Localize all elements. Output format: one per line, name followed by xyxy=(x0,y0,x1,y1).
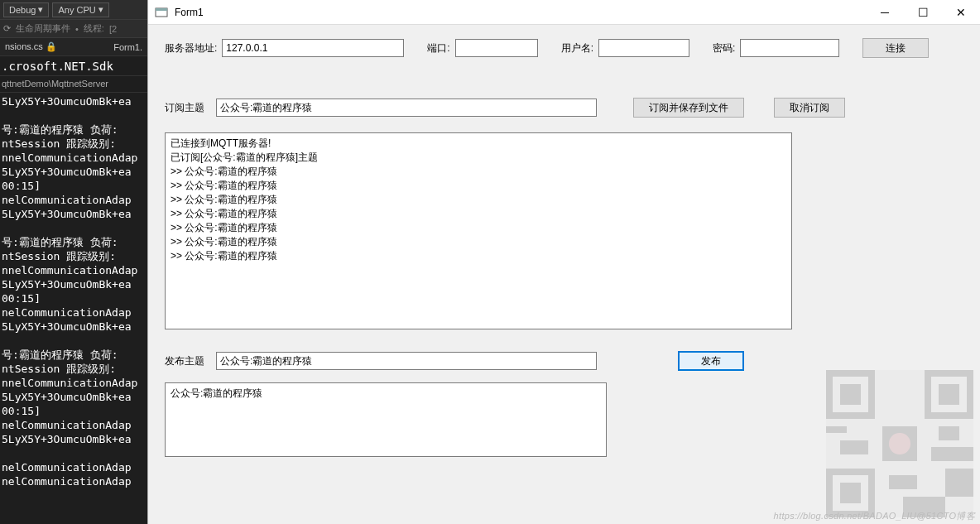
pwd-label: 密码: xyxy=(713,41,735,55)
file-left[interactable]: nsions.cs xyxy=(5,41,43,51)
refresh-icon: ⟳ xyxy=(3,23,11,34)
publish-topic-input[interactable] xyxy=(216,352,597,370)
vs-file-tabs: nsions.cs 🔒 Form1. xyxy=(0,38,147,56)
form1-window: Form1 ─ ☐ ✕ 服务器地址: 端口: 用户名: 密码: 连接 订阅主题 xyxy=(147,0,980,524)
subscribe-save-button[interactable]: 订阅并保存到文件 xyxy=(633,98,744,118)
vs-toolbar: Debug ▾ Any CPU ▾ xyxy=(0,0,147,20)
subscribe-row: 订阅主题 订阅并保存到文件 取消订阅 xyxy=(165,98,963,118)
vs-code-line: .crosoft.NET.Sdk xyxy=(0,56,147,76)
vs-debug-toolbar: ⟳ 生命周期事件 • 线程: [2 xyxy=(0,20,147,38)
window-title: Form1 xyxy=(175,7,866,18)
qr-code xyxy=(826,370,973,517)
client-area: 服务器地址: 端口: 用户名: 密码: 连接 订阅主题 订阅并保存到文件 取消订… xyxy=(148,25,980,524)
close-button[interactable]: ✕ xyxy=(942,0,980,25)
user-label: 用户名: xyxy=(561,41,593,55)
publish-label: 发布主题 xyxy=(165,354,211,368)
publish-button[interactable]: 发布 xyxy=(678,351,744,371)
user-input[interactable] xyxy=(598,39,689,57)
app-icon xyxy=(155,6,168,19)
debug-dropdown[interactable]: Debug ▾ xyxy=(3,2,49,17)
thread-label: 线程: xyxy=(84,22,104,35)
port-label: 端口: xyxy=(427,41,449,55)
anycpu-dropdown[interactable]: Any CPU ▾ xyxy=(52,2,108,17)
thread-bracket: [2 xyxy=(109,24,117,34)
lifecycle-label: 生命周期事件 xyxy=(16,22,70,35)
connect-row: 服务器地址: 端口: 用户名: 密码: 连接 xyxy=(165,38,963,58)
server-input[interactable] xyxy=(222,39,404,57)
port-input[interactable] xyxy=(455,39,538,57)
subscribe-label: 订阅主题 xyxy=(165,101,211,115)
publish-row: 发布主题 发布 xyxy=(165,351,963,371)
subscribe-topic-input[interactable] xyxy=(216,99,597,117)
minimize-button[interactable]: ─ xyxy=(866,0,904,25)
unsubscribe-button[interactable]: 取消订阅 xyxy=(774,98,845,118)
vs-output-log: 5LyX5Y+3OumcuOmBk+ea 号:霸道的程序猿 负荷: ntSess… xyxy=(0,93,147,490)
connect-button[interactable]: 连接 xyxy=(862,38,929,58)
vs-background-panel: Debug ▾ Any CPU ▾ ⟳ 生命周期事件 • 线程: [2 nsio… xyxy=(0,0,147,524)
message-textarea[interactable] xyxy=(165,382,607,457)
file-right[interactable]: Form1. xyxy=(113,42,142,52)
svg-rect-1 xyxy=(156,8,167,11)
maximize-button[interactable]: ☐ xyxy=(904,0,942,25)
vs-path-line: qttnetDemo\MqttnetServer xyxy=(0,76,147,93)
pwd-input[interactable] xyxy=(740,39,839,57)
server-label: 服务器地址: xyxy=(165,41,217,55)
log-textbox[interactable]: 已连接到MQTT服务器! 已订阅[公众号:霸道的程序猿]主题 >> 公众号:霸道… xyxy=(165,132,792,329)
watermark-text: https://blog.csdn.net/BADAO_LIU@51CTO博客 xyxy=(774,510,975,522)
lock-icon: 🔒 xyxy=(46,41,57,51)
titlebar: Form1 ─ ☐ ✕ xyxy=(148,0,980,25)
